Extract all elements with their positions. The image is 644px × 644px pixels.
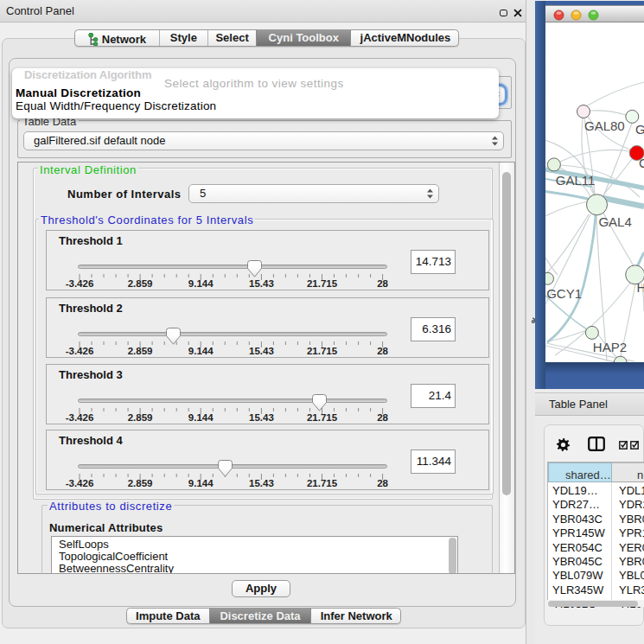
svg-text:GAL4: GAL4	[598, 214, 631, 229]
svg-text:GAL80: GAL80	[584, 118, 625, 133]
svg-text:C: C	[639, 156, 644, 170]
svg-text:GAL11: GAL11	[556, 173, 596, 188]
svg-text:H: H	[637, 280, 644, 295]
svg-text:G.: G.	[635, 122, 644, 137]
svg-text:HAP2: HAP2	[593, 340, 627, 354]
svg-text:GCY1: GCY1	[546, 286, 582, 301]
